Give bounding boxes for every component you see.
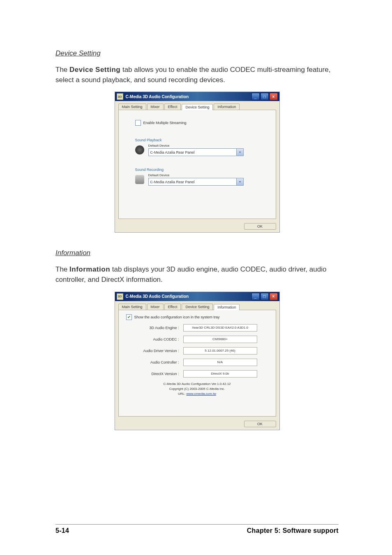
section-heading-information: Information: [55, 249, 339, 257]
recording-default-label: Default Device: [148, 173, 271, 177]
page-number: 5-14: [55, 527, 69, 534]
close-button[interactable]: ×: [270, 293, 278, 300]
chapter-title: Chapter 5: Software support: [247, 527, 339, 534]
info-value: DirectX 9.0b: [183, 370, 257, 378]
tab-device-setting[interactable]: Device Setting: [182, 304, 213, 310]
url-link[interactable]: www.cmedia.com.tw: [186, 392, 216, 396]
info-label: DirectX Version :: [124, 372, 183, 376]
info-value: Xear3D CRL3D DS3D EAX2.0 A3D1.0: [183, 324, 257, 332]
info-label: Audio Driver Version :: [124, 349, 183, 353]
enable-multiple-streaming-checkbox[interactable]: [135, 120, 141, 126]
microphone-icon: [135, 175, 144, 184]
show-tray-icon-checkbox[interactable]: ✔: [126, 314, 132, 320]
minimize-button[interactable]: _: [251, 93, 260, 100]
url-label: URL:: [178, 392, 186, 396]
playback-default-label: Default Device: [148, 144, 271, 147]
copyright-line2: Copyright (C) 2003-2005 C-Media Inc.: [124, 387, 271, 391]
app-icon: 3D: [117, 293, 123, 300]
tab-panel: Enable Multiple Streaming Sound Playback…: [118, 110, 276, 219]
window-title: C-Media 3D Audio Configuration: [126, 94, 251, 99]
tab-main-setting[interactable]: Main Setting: [118, 104, 146, 110]
info-row: Audio Driver Version : 5.12.01.0007.25 (…: [124, 347, 271, 355]
information-dialog: 3D C-Media 3D Audio Configuration _ □ × …: [115, 292, 280, 430]
playback-device-select[interactable]: C-Media Azalia Rear Panel ▾: [148, 148, 244, 156]
sound-recording-group-label: Sound Recording: [135, 168, 271, 172]
text: The: [55, 265, 69, 273]
info-label: Audio Controller :: [124, 360, 183, 364]
device-setting-dialog: 3D C-Media 3D Audio Configuration _ □ × …: [115, 92, 280, 233]
info-row: DirectX Version : DirectX 9.0b: [124, 370, 271, 378]
info-label: Audio CODEC :: [124, 337, 183, 341]
page-footer: 5-14 Chapter 5: Software support: [55, 524, 339, 534]
tab-row: Main Setting Mixer Effect Device Setting…: [115, 301, 279, 310]
section-heading-device-setting: Device Setting: [55, 49, 339, 58]
recording-device-select[interactable]: C-Media Azalia Rear Panel ▾: [148, 178, 244, 186]
tab-effect[interactable]: Effect: [164, 104, 181, 110]
bold-term: Device Setting: [69, 66, 120, 74]
speaker-icon: [135, 145, 144, 154]
ok-button[interactable]: OK: [244, 223, 276, 230]
sound-playback-group-label: Sound Playback: [135, 138, 271, 142]
titlebar: 3D C-Media 3D Audio Configuration _ □ ×: [115, 292, 279, 301]
info-value: CMI9880+: [183, 336, 257, 343]
window-title: C-Media 3D Audio Configuration: [126, 294, 251, 299]
chevron-down-icon: ▾: [236, 178, 243, 185]
checkbox-label: Enable Multiple Streaming: [143, 121, 187, 125]
playback-device-value: C-Media Azalia Rear Panel: [149, 150, 236, 154]
info-row: Audio Controller : N/A: [124, 359, 271, 366]
app-icon: 3D: [117, 93, 123, 100]
info-value: N/A: [183, 359, 257, 366]
tab-information[interactable]: Information: [214, 304, 240, 310]
titlebar: 3D C-Media 3D Audio Configuration _ □ ×: [115, 92, 279, 101]
chevron-down-icon: ▾: [236, 149, 243, 156]
maximize-button[interactable]: □: [261, 293, 269, 300]
tab-effect[interactable]: Effect: [164, 304, 181, 310]
ok-button[interactable]: OK: [244, 421, 276, 427]
info-value: 5.12.01.0007.25 (46): [183, 347, 257, 355]
info-row: 3D Audio Engine : Xear3D CRL3D DS3D EAX2…: [124, 324, 271, 332]
tab-row: Main Setting Mixer Effect Device Setting…: [115, 101, 279, 110]
close-button[interactable]: ×: [270, 93, 278, 100]
minimize-button[interactable]: _: [251, 293, 260, 300]
bold-term: Information: [69, 265, 110, 273]
tab-mixer[interactable]: Mixer: [147, 304, 164, 310]
info-row: Audio CODEC : CMI9880+: [124, 336, 271, 343]
tab-panel: ✔ Show the audio configuration icon in t…: [118, 310, 276, 417]
section2-intro: The Information tab displays your 3D aud…: [55, 265, 339, 285]
recording-device-value: C-Media Azalia Rear Panel: [149, 180, 236, 184]
tab-mixer[interactable]: Mixer: [147, 104, 164, 110]
text: The: [55, 66, 69, 74]
tab-information[interactable]: Information: [214, 104, 240, 110]
section1-intro: The Device Setting tab allows you to ena…: [55, 65, 339, 85]
tab-main-setting[interactable]: Main Setting: [118, 304, 146, 310]
maximize-button[interactable]: □: [261, 93, 269, 100]
checkbox-label: Show the audio configuration icon in the…: [134, 315, 220, 319]
tab-device-setting[interactable]: Device Setting: [182, 104, 213, 110]
info-label: 3D Audio Engine :: [124, 326, 183, 330]
copyright-line1: C-Media 3D Audio Configuration Ver.1.0.4…: [124, 382, 271, 387]
